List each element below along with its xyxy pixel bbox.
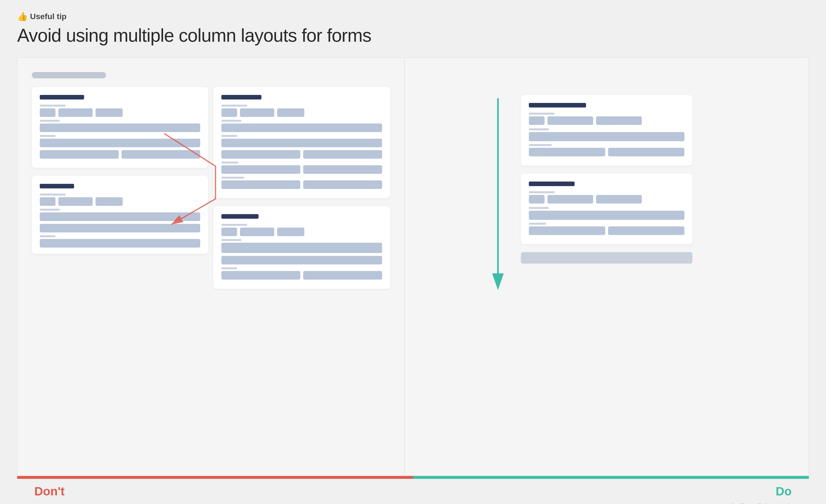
dont-top-bar: [32, 72, 106, 78]
form-field: [303, 271, 382, 279]
form-field: [608, 148, 685, 156]
dont-card-4: [213, 206, 390, 289]
form-field: [122, 150, 200, 159]
label-bar: [40, 235, 56, 237]
label-bar: [221, 239, 241, 241]
form-field: [529, 148, 605, 156]
form-row: [40, 150, 200, 159]
form-row: [221, 108, 382, 117]
label-bar: [221, 224, 247, 226]
submit-bar: [521, 252, 693, 264]
form-field: [221, 150, 300, 159]
form-field: [221, 165, 300, 174]
attribution: by Taras Bakusevych: [732, 502, 792, 504]
form-field: [40, 197, 56, 206]
form-field: [40, 150, 119, 159]
form-row: [529, 227, 685, 235]
dont-card-1-title: [40, 95, 84, 100]
form-field: [96, 197, 123, 206]
label-bar: [40, 105, 65, 107]
do-card-1: [521, 95, 693, 166]
form-field: [221, 228, 237, 236]
form-field: [547, 195, 593, 203]
form-field: [58, 108, 93, 117]
form-field: [40, 139, 200, 147]
do-label: Do: [413, 485, 792, 498]
label-bar: [221, 177, 244, 179]
do-card-2: [521, 174, 693, 244]
form-field: [40, 224, 200, 233]
dont-card-2: [32, 176, 208, 254]
dont-right-col: [213, 87, 390, 297]
do-color-bar: [413, 476, 809, 479]
dont-card-1: [32, 87, 208, 168]
do-form-container: [521, 95, 693, 264]
label-bar: [529, 191, 554, 193]
form-field: [303, 180, 382, 189]
label-bar: [221, 267, 237, 269]
content-area: [17, 57, 809, 476]
form-field: [221, 271, 300, 279]
label-bar: [221, 120, 241, 122]
do-card-1-title: [529, 103, 586, 108]
form-field: [608, 227, 685, 235]
label-bar: [221, 105, 247, 107]
do-card-2-title: [529, 182, 575, 186]
form-field: [221, 256, 382, 264]
form-row: [221, 271, 382, 279]
label-bar: [40, 135, 56, 137]
form-field-highlighted: [221, 243, 382, 253]
label-bar: [529, 128, 549, 130]
form-field: [596, 116, 642, 125]
form-field: [529, 227, 605, 235]
form-field: [277, 108, 304, 117]
form-row: [529, 148, 685, 156]
form-row: [40, 197, 200, 206]
dont-label: Don't: [34, 485, 413, 498]
dont-color-bar: [17, 476, 413, 479]
dont-side: [17, 58, 405, 476]
form-field: [221, 108, 237, 117]
do-arrow-svg: [486, 95, 510, 295]
footer-labels: Don't Do by Taras Bakusevych: [17, 479, 809, 504]
label-bar: [221, 162, 239, 164]
form-field: [40, 239, 200, 248]
label-bar: [529, 144, 552, 146]
form-field: [40, 212, 200, 221]
form-field: [221, 180, 300, 189]
useful-tip-header: 👍 Useful tip: [17, 11, 809, 21]
form-field: [277, 228, 304, 236]
form-row: [529, 195, 685, 203]
label-bar: [529, 113, 554, 115]
label-bar: [40, 194, 65, 196]
dont-card-3-title: [221, 95, 261, 100]
label-bar: [221, 135, 237, 137]
form-field: [240, 108, 274, 117]
form-row: [40, 108, 200, 117]
form-row: [221, 180, 382, 189]
dont-card-4-title: [221, 214, 258, 219]
form-field: [547, 116, 593, 125]
page-title: Avoid using multiple column layouts for …: [17, 25, 809, 46]
form-field: [303, 150, 382, 159]
form-field: [303, 165, 382, 174]
form-field: [221, 124, 382, 132]
form-field: [58, 197, 93, 206]
dont-multi-col: [32, 87, 390, 297]
dont-card-2-title: [40, 184, 74, 188]
label-bar: [529, 207, 549, 209]
form-row: [221, 228, 382, 236]
form-field: [221, 139, 382, 147]
bottom-color-bar: [17, 476, 809, 479]
dont-layout-container: [32, 87, 390, 297]
form-field: [596, 195, 642, 203]
form-row: [221, 165, 382, 174]
form-field: [96, 108, 123, 117]
dont-card-3: [213, 87, 390, 198]
thumbs-up-icon: 👍: [17, 11, 28, 21]
label-bar: [529, 223, 546, 225]
form-field: [529, 132, 685, 141]
tip-label: Useful tip: [30, 12, 67, 21]
form-field: [240, 228, 274, 236]
form-row: [221, 150, 382, 159]
